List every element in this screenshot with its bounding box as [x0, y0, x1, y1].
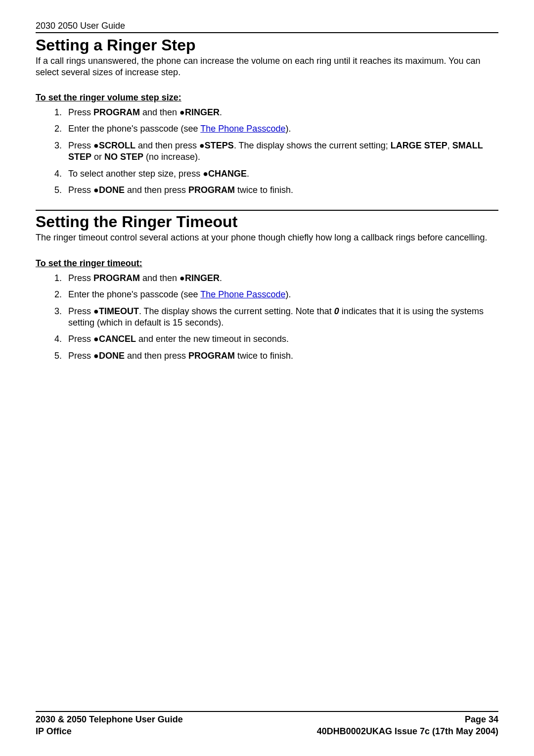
text: Press	[68, 185, 93, 195]
phone-passcode-link[interactable]: The Phone Passcode	[200, 124, 285, 134]
text: Press	[68, 273, 93, 283]
text: and then press	[125, 185, 188, 195]
glyph: ●	[93, 334, 99, 344]
footer-left-1: 2030 & 2050 Telephone User Guide	[36, 714, 183, 725]
section1-step3: Press ●SCROLL and then press ●STEPS. The…	[64, 140, 498, 163]
section2-step5: Press ●DONE and then press PROGRAM twice…	[64, 350, 498, 362]
section1-step5: Press ●DONE and then press PROGRAM twice…	[64, 185, 498, 196]
key-ringer: RINGER	[185, 107, 220, 117]
section1-step4: To select another step size, press ●CHAN…	[64, 168, 498, 180]
text: and then press	[135, 141, 199, 150]
glyph: ●	[199, 141, 205, 150]
value-large-step: LARGE STEP	[391, 141, 447, 150]
section2-steps: Press PROGRAM and then ●RINGER. Enter th…	[36, 273, 498, 362]
text: or	[91, 152, 104, 162]
text: .	[220, 107, 222, 117]
text: Press	[68, 107, 93, 117]
key-cancel: CANCEL	[99, 334, 136, 344]
key-ringer: RINGER	[185, 273, 220, 283]
footer-left-2: IP Office	[36, 726, 72, 737]
section1-step1: Press PROGRAM and then ●RINGER.	[64, 107, 498, 118]
text: ,	[447, 141, 452, 150]
text: Press	[68, 334, 93, 344]
text: . The display shows the current setting.…	[139, 306, 334, 316]
text: Enter the phone's passcode (see	[68, 124, 200, 134]
key-done: DONE	[99, 185, 125, 195]
footer-rule	[36, 711, 498, 712]
text: ).	[285, 124, 291, 134]
text: and then press	[125, 351, 188, 361]
text: twice to finish.	[235, 351, 293, 361]
glyph: ●	[93, 141, 99, 150]
footer-right-2: 40DHB0002UKAG Issue 7c (17th May 2004)	[317, 726, 498, 737]
text: To select another step size, press	[68, 169, 203, 179]
section2-title: Setting the Ringer Timeout	[36, 213, 498, 231]
section1-step2: Enter the phone's passcode (see The Phon…	[64, 123, 498, 135]
key-timeout: TIMEOUT	[99, 306, 139, 316]
text: Press	[68, 306, 93, 316]
section1-subheading: To set the ringer volume step size:	[36, 93, 498, 103]
text: twice to finish.	[235, 185, 293, 195]
text: Press	[68, 351, 93, 361]
text: .	[247, 169, 249, 179]
footer: 2030 & 2050 Telephone User Guide Page 34…	[36, 711, 498, 737]
section-divider	[36, 210, 498, 211]
text: Enter the phone's passcode (see	[68, 289, 200, 299]
key-change: CHANGE	[208, 169, 247, 179]
text: Press	[68, 141, 93, 150]
section1-steps: Press PROGRAM and then ●RINGER. Enter th…	[36, 107, 498, 196]
page-content: 2030 2050 User Guide Setting a Ringer St…	[0, 0, 534, 756]
key-program: PROGRAM	[188, 185, 235, 195]
section2-subheading: To set the ringer timeout:	[36, 258, 498, 269]
key-scroll: SCROLL	[99, 141, 135, 150]
key-program: PROGRAM	[93, 273, 140, 283]
text: and enter the new timeout in seconds.	[136, 334, 289, 344]
section2-intro: The ringer timeout control several actio…	[36, 232, 498, 243]
value-zero: 0	[334, 306, 339, 316]
key-done: DONE	[99, 351, 125, 361]
glyph: ●	[179, 273, 185, 283]
text: and then	[140, 273, 179, 283]
key-program: PROGRAM	[93, 107, 140, 117]
section2-step1: Press PROGRAM and then ●RINGER.	[64, 273, 498, 284]
header-title: 2030 2050 User Guide	[36, 21, 498, 31]
section1-title: Setting a Ringer Step	[36, 36, 498, 54]
section2-step4: Press ●CANCEL and enter the new timeout …	[64, 333, 498, 345]
section2-step3: Press ●TIMEOUT. The display shows the cu…	[64, 306, 498, 329]
footer-row-1: 2030 & 2050 Telephone User Guide Page 34	[36, 714, 498, 725]
text: .	[220, 273, 222, 283]
key-program: PROGRAM	[188, 351, 235, 361]
glyph: ●	[203, 169, 208, 179]
glyph: ●	[93, 351, 99, 361]
phone-passcode-link[interactable]: The Phone Passcode	[200, 289, 285, 299]
text: ).	[285, 289, 291, 299]
glyph: ●	[179, 107, 185, 117]
footer-row-2: IP Office 40DHB0002UKAG Issue 7c (17th M…	[36, 726, 498, 737]
footer-right-1: Page 34	[465, 714, 498, 725]
section1-intro: If a call rings unanswered, the phone ca…	[36, 55, 498, 78]
text: . The display shows the current setting;	[234, 141, 391, 150]
section2-step2: Enter the phone's passcode (see The Phon…	[64, 289, 498, 300]
key-steps: STEPS	[205, 141, 234, 150]
header-rule	[36, 32, 498, 33]
glyph: ●	[93, 185, 99, 195]
text: and then	[140, 107, 179, 117]
text: (no increase).	[143, 152, 200, 162]
value-no-step: NO STEP	[104, 152, 143, 162]
glyph: ●	[93, 306, 99, 316]
